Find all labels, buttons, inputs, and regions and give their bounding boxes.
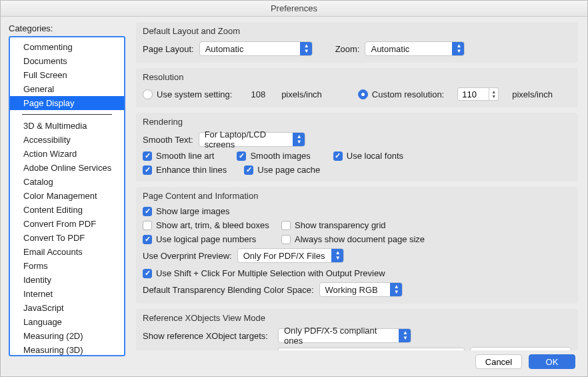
radio-custom-resolution[interactable]: Custom resolution:	[358, 89, 444, 99]
check-icon	[143, 207, 152, 216]
checkbox-smooth-line-art[interactable]: Smooth line art	[143, 151, 214, 161]
checkbox-show-transparency[interactable]: Show transparency grid	[281, 220, 386, 230]
checkbox-always-show-size[interactable]: Always show document page size	[281, 234, 425, 244]
categories-label: Categories:	[9, 23, 125, 33]
section-xobjects: Reference XObjects View Mode Show refere…	[136, 309, 578, 350]
section-page-content: Page Content and Information Show large …	[136, 187, 578, 304]
section-title: Reference XObjects View Mode	[143, 313, 571, 323]
category-item[interactable]: Email Accounts	[10, 245, 124, 259]
custom-resolution-stepper[interactable]: ▲▼	[457, 87, 499, 101]
categories-list[interactable]: CommentingDocumentsFull ScreenGeneralPag…	[9, 36, 125, 356]
section-rendering: Rendering Smooth Text: For Laptop/LCD sc…	[136, 113, 578, 181]
checkbox-use-logical[interactable]: Use logical page numbers	[143, 234, 276, 244]
unit-label: pixels/inch	[512, 89, 553, 99]
smooth-text-select[interactable]: For Laptop/LCD screens▲▼	[199, 132, 305, 147]
checkbox-use-page-cache[interactable]: Use page cache	[244, 165, 320, 175]
category-item[interactable]: 3D & Multimedia	[10, 119, 124, 133]
category-item[interactable]: Documents	[10, 54, 124, 68]
category-item[interactable]: Identity	[10, 273, 124, 287]
category-item[interactable]: Content Editing	[10, 203, 124, 217]
check-icon	[333, 151, 343, 161]
checkbox-show-large-images[interactable]: Show large images	[143, 206, 230, 216]
section-resolution: Resolution Use system setting: 108 pixel…	[136, 68, 578, 107]
category-item[interactable]: Measuring (3D)	[10, 343, 124, 356]
check-icon	[244, 165, 253, 175]
unit-label: pixels/inch	[281, 89, 322, 99]
radio-system-setting[interactable]: Use system setting:	[143, 89, 232, 99]
location-input[interactable]	[278, 348, 465, 350]
blending-label: Default Transparency Blending Color Spac…	[143, 285, 314, 295]
checkbox-shift-click[interactable]: Use Shift + Click For Multiple Selection…	[143, 268, 385, 278]
page-layout-label: Page Layout:	[143, 44, 194, 54]
category-item[interactable]: Measuring (2D)	[10, 329, 124, 343]
system-resolution-value: 108	[251, 89, 265, 99]
ok-button[interactable]: OK	[529, 354, 575, 369]
cancel-button[interactable]: Cancel	[475, 354, 522, 369]
category-item[interactable]: Convert From PDF	[10, 217, 124, 231]
check-icon	[143, 221, 152, 230]
check-icon	[237, 151, 246, 161]
zoom-label: Zoom:	[335, 44, 360, 54]
category-item[interactable]: Adobe Online Services	[10, 161, 124, 175]
checkbox-enhance-thin-lines[interactable]: Enhance thin lines	[143, 165, 227, 175]
checkbox-show-art-trim[interactable]: Show art, trim, & bleed boxes	[143, 220, 276, 230]
show-targets-select[interactable]: Only PDF/X-5 compliant ones▲▼	[278, 328, 411, 343]
overprint-label: Use Overprint Preview:	[143, 251, 232, 261]
window-title: Preferences	[1, 1, 587, 17]
category-item[interactable]: Commenting	[10, 40, 124, 54]
section-title: Resolution	[143, 72, 571, 82]
check-icon	[281, 221, 291, 230]
radio-icon	[143, 89, 153, 99]
check-icon	[143, 165, 152, 175]
blending-select[interactable]: Working RGB▲▼	[319, 282, 403, 297]
page-layout-select[interactable]: Automatic▲▼	[199, 41, 313, 56]
category-item[interactable]: Catalog	[10, 175, 124, 189]
checkbox-smooth-images[interactable]: Smooth images	[237, 151, 310, 161]
category-item[interactable]: Page Display	[10, 96, 124, 110]
category-item[interactable]: Internet	[10, 287, 124, 301]
category-item[interactable]: Color Management	[10, 189, 124, 203]
category-item[interactable]: Action Wizard	[10, 147, 124, 161]
category-item[interactable]: General	[10, 82, 124, 96]
smooth-text-label: Smooth Text:	[143, 135, 193, 145]
category-item[interactable]: Accessibility	[10, 133, 124, 147]
check-icon	[143, 235, 152, 244]
location-label: Location of referenced files:	[143, 350, 273, 351]
radio-icon	[358, 89, 368, 99]
category-item[interactable]: JavaScript	[10, 301, 124, 315]
browse-button[interactable]: Browse for Location...	[470, 347, 571, 350]
show-targets-label: Show reference XObject targets:	[143, 331, 273, 341]
check-icon	[281, 235, 291, 244]
category-divider	[22, 114, 112, 115]
stepper-buttons[interactable]: ▲▼	[489, 87, 499, 101]
custom-resolution-input[interactable]	[457, 87, 489, 101]
section-title: Page Content and Information	[143, 191, 571, 201]
zoom-select[interactable]: Automatic▲▼	[365, 41, 465, 56]
category-item[interactable]: Convert To PDF	[10, 231, 124, 245]
category-item[interactable]: Language	[10, 315, 124, 329]
section-title: Default Layout and Zoom	[143, 26, 571, 36]
overprint-select[interactable]: Only For PDF/X Files▲▼	[237, 248, 344, 263]
section-layout-zoom: Default Layout and Zoom Page Layout: Aut…	[136, 22, 578, 63]
category-item[interactable]: Forms	[10, 259, 124, 273]
category-item[interactable]: Full Screen	[10, 68, 124, 82]
check-icon	[143, 269, 152, 278]
check-icon	[143, 151, 152, 161]
checkbox-use-local-fonts[interactable]: Use local fonts	[333, 151, 403, 161]
section-title: Rendering	[143, 117, 571, 127]
